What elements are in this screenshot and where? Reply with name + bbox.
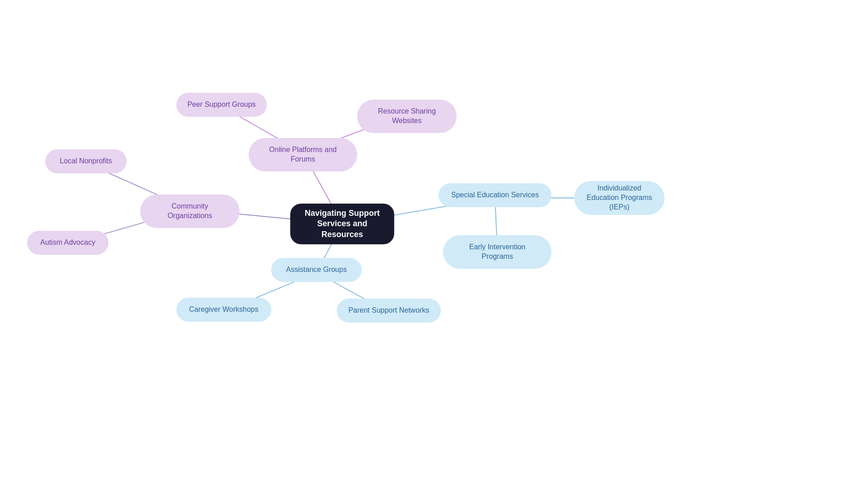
label-community-orgs: Community Organizations — [151, 202, 229, 221]
node-early-intervention: Early Intervention Programs — [443, 235, 552, 269]
label-caregiver-workshops: Caregiver Workshops — [189, 305, 259, 314]
label-parent-support: Parent Support Networks — [349, 306, 429, 315]
label-online-platforms: Online Platforms and Forums — [259, 145, 346, 164]
center-label: Navigating Support Services and Resource… — [301, 208, 383, 240]
label-autism-advocacy: Autism Advocacy — [40, 238, 95, 247]
label-peer-support: Peer Support Groups — [187, 100, 255, 109]
node-parent-support: Parent Support Networks — [337, 299, 441, 323]
node-peer-support: Peer Support Groups — [176, 93, 267, 117]
label-special-ed: Special Education Services — [451, 190, 539, 200]
node-assistance-groups: Assistance Groups — [271, 258, 362, 282]
node-local-nonprofits: Local Nonprofits — [45, 149, 127, 173]
node-community-orgs: Community Organizations — [140, 195, 240, 228]
node-special-ed: Special Education Services — [439, 183, 552, 207]
node-online-platforms: Online Platforms and Forums — [249, 138, 357, 171]
label-early-intervention: Early Intervention Programs — [454, 243, 541, 262]
label-resource-sharing: Resource Sharing Websites — [368, 107, 446, 126]
label-assistance-groups: Assistance Groups — [286, 265, 347, 275]
node-autism-advocacy: Autism Advocacy — [27, 231, 108, 255]
center-node: Navigating Support Services and Resource… — [290, 204, 394, 244]
label-ieps: Individualized Education Programs (IEPs) — [585, 184, 654, 212]
node-ieps: Individualized Education Programs (IEPs) — [574, 181, 665, 215]
label-local-nonprofits: Local Nonprofits — [60, 157, 112, 166]
node-caregiver-workshops: Caregiver Workshops — [176, 298, 271, 322]
node-resource-sharing: Resource Sharing Websites — [357, 100, 457, 133]
